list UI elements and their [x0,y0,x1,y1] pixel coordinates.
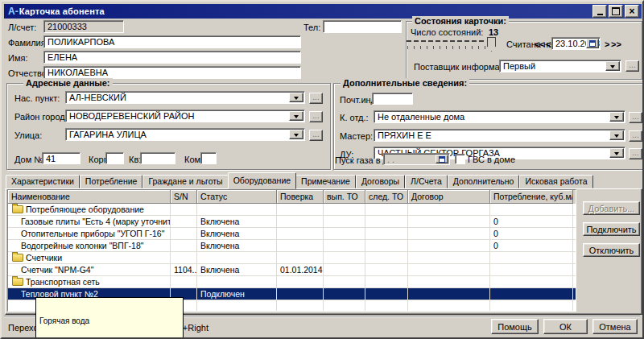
cell [408,216,490,227]
tab-4[interactable]: Оборудование [228,172,296,189]
tab-1[interactable]: Характеристики [6,175,80,188]
table-row[interactable]: Потребляющее оборудование [8,204,576,216]
tab-3[interactable]: Граждане и льготы [142,175,228,188]
table-row[interactable]: Газовые плиты "Есть 4 (марку уточнить)"В… [8,216,576,228]
help-button[interactable]: Помощь [491,319,539,334]
column-header[interactable]: Поверка [277,190,324,204]
cell [277,300,324,312]
cell: 01.01.2014 [277,264,324,275]
kotd-value: Не отдаленные дома [378,112,464,122]
slider-track[interactable] [407,40,486,42]
firstname-field[interactable]: ЕЛЕНА [43,51,301,64]
house-field[interactable]: 41 [42,152,80,164]
tab-6[interactable]: Договоры [356,175,405,188]
master-more-button[interactable]: ... [629,130,642,142]
slider-thumb[interactable] [487,37,496,52]
table-row[interactable]: Счетчики [8,252,576,264]
date-next-button[interactable]: > [605,39,609,49]
date-last-button[interactable]: >> [611,39,621,49]
master-dropdown-button[interactable] [609,130,624,140]
column-header[interactable]: вып. ТО [324,190,365,204]
cell [324,300,365,312]
column-header[interactable]: S/N [171,190,197,204]
table-row[interactable]: Водогрейные колонки "ВПГ-18"Включена0 [8,240,576,252]
gvs-checkbox[interactable] [455,154,465,164]
postindex-field[interactable] [372,93,413,105]
table-row[interactable]: Транспортная сеть [8,276,576,288]
street-dropdown-button[interactable] [289,130,303,139]
kotd-more-button[interactable]: ... [629,112,642,123]
settlement-dropdown-button[interactable] [289,93,303,102]
district-combobox[interactable]: НОВОДЕРЕВЕНСКИЙ РАЙОН [65,110,305,122]
chevron-down-icon [614,134,619,140]
kotd-combobox[interactable]: Не отдаленные дома [374,110,625,123]
cell: 0 [490,240,573,251]
cell [365,252,408,263]
room-field[interactable] [200,152,217,164]
phone-field[interactable] [323,20,402,33]
provider-dropdown-button[interactable] [605,61,620,71]
ok-button[interactable]: ОК [543,319,588,334]
tab-5[interactable]: Примечание [295,175,356,188]
cell-name: Газовые плиты "Есть 4 (марку уточнить)" [8,216,171,227]
add-button[interactable]: Добавить... [583,201,640,215]
cell [277,204,324,215]
street-combobox[interactable]: ГАГАРИНА УЛИЦА [65,128,305,141]
du-dropdown-button[interactable] [609,148,624,158]
connect-button[interactable]: Подключить [583,222,640,236]
app-icon: А- [8,6,19,17]
cancel-button[interactable]: Отмена [592,319,638,334]
titlebar[interactable]: А- Карточка абонента [4,4,642,19]
account-field[interactable]: 21000333 [43,20,124,33]
middlename-field[interactable]: НИКОЛАЕВНА [43,66,301,79]
cell [365,216,408,227]
du-more-button[interactable]: ... [629,148,642,159]
kotd-dropdown-button[interactable] [609,112,624,122]
column-header[interactable]: след. ТО [365,190,408,204]
folder-icon [12,205,23,213]
district-dropdown-button[interactable] [289,111,303,121]
cell [171,240,197,251]
chevron-down-icon [294,115,299,121]
date-first-button[interactable]: << [535,39,545,49]
gas-start-date-field[interactable]: . . [383,153,450,165]
tab-9[interactable]: Исковая работа [519,175,592,188]
states-slider[interactable] [405,37,496,51]
minimize-icon [597,14,603,15]
maximize-button[interactable] [609,5,623,18]
disconnect-button[interactable]: Отключить [583,243,640,257]
settlement-more-button[interactable]: ... [309,93,323,104]
table-row[interactable]: Отопительные приборы "УГОП Г-16"Включена… [8,228,576,240]
settlement-label: Нас. пункт: [14,93,60,103]
tab-8[interactable]: Дополнительно [448,175,520,188]
district-more-button[interactable]: ... [309,111,323,122]
column-header[interactable]: Потребление, куб.м/ч [490,190,573,204]
cell [490,252,573,263]
lastname-field[interactable]: ПОЛИКАРПОВА [43,35,301,48]
close-button[interactable] [625,5,639,18]
cell: 0 [490,216,573,227]
tab-2[interactable]: Потребление [80,175,143,188]
column-header[interactable]: Статус [197,190,277,204]
flat-field[interactable] [140,152,175,164]
cell [408,300,490,312]
settlement-combobox[interactable]: АЛ-НЕВСКИЙ [65,91,305,104]
tab-7[interactable]: Л/Счета [405,175,448,188]
provider-combobox[interactable]: Первый [499,60,621,72]
read-date-field[interactable]: 23.10.2008 [551,37,601,50]
address-group-title: Адресные данные: [23,78,113,88]
corp-field[interactable] [105,152,124,164]
provider-more-button[interactable]: ... [625,60,639,72]
table-row[interactable]: Счетчик "NPM-G4"1104...Включена01.01.201… [8,264,576,276]
column-header[interactable]: Наименование [8,190,171,204]
calendar-button[interactable] [586,39,599,48]
column-header[interactable]: Договор [408,190,490,204]
master-combobox[interactable]: ПРЯХИН Е Е [374,129,625,142]
date-prev-button[interactable]: < [546,39,551,49]
cell [277,228,324,239]
gas-calendar-button[interactable] [436,155,448,163]
cell [171,252,197,263]
street-more-button[interactable]: ... [309,130,323,141]
street-value: ГАГАРИНА УЛИЦА [69,130,147,139]
minimize-button[interactable] [592,5,607,18]
